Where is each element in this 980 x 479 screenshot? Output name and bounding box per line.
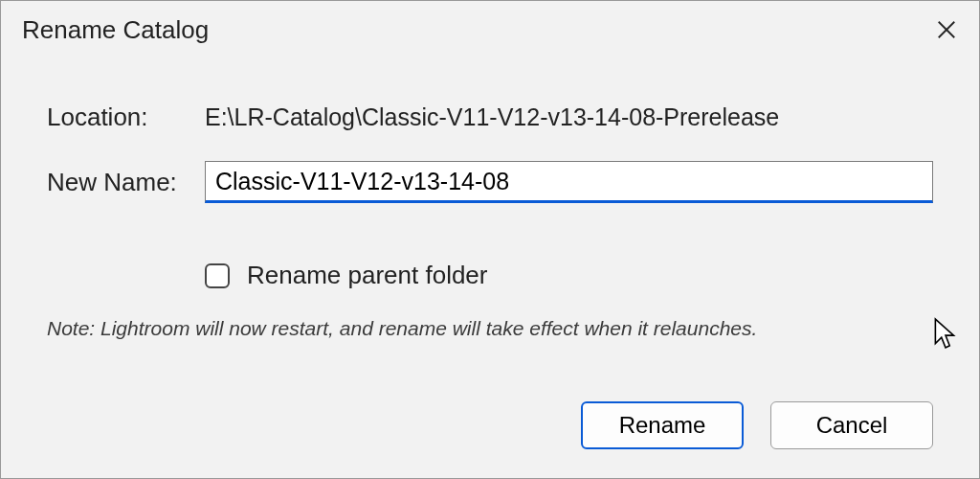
location-label: Location: [47, 103, 205, 132]
cancel-button[interactable]: Cancel [770, 401, 933, 449]
rename-parent-label: Rename parent folder [247, 261, 487, 290]
rename-parent-row: Rename parent folder [205, 261, 933, 290]
dialog-title: Rename Catalog [22, 15, 209, 45]
rename-button[interactable]: Rename [581, 401, 744, 449]
close-button[interactable] [925, 9, 968, 51]
dialog-body: Location: E:\LR-Catalog\Classic-V11-V12-… [1, 55, 979, 340]
location-row: Location: E:\LR-Catalog\Classic-V11-V12-… [47, 103, 933, 132]
titlebar: Rename Catalog [1, 1, 979, 55]
rename-parent-checkbox[interactable] [205, 263, 230, 288]
restart-note: Note: Lightroom will now restart, and re… [47, 317, 933, 340]
newname-input[interactable] [205, 161, 933, 203]
dialog-buttons: Rename Cancel [581, 401, 933, 449]
location-value: E:\LR-Catalog\Classic-V11-V12-v13-14-08-… [205, 103, 779, 131]
newname-row: New Name: [47, 161, 933, 203]
close-icon [936, 19, 957, 40]
rename-catalog-dialog: Rename Catalog Location: E:\LR-Catalog\C… [0, 0, 980, 479]
newname-label: New Name: [47, 168, 205, 197]
